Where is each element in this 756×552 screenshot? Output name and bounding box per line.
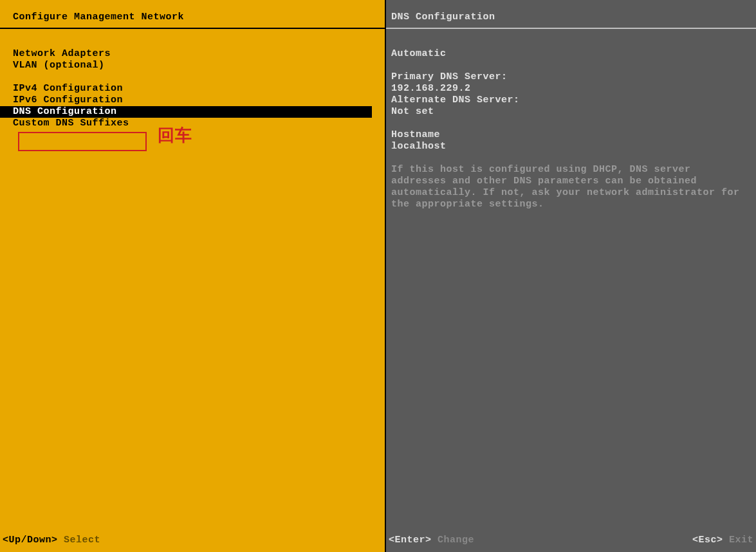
left-footer: <Up/Down> Select — [0, 531, 385, 552]
footer-change-action: Change — [438, 535, 474, 546]
footer-select-action: Select — [64, 535, 100, 546]
help-text: If this host is configured using DHCP, D… — [391, 164, 751, 210]
right-footer: <Enter> Change <Esc> Exit — [386, 531, 756, 552]
footer-exit-action: Exit — [729, 535, 753, 546]
primary-dns-label: Primary DNS Server: — [391, 71, 751, 83]
primary-dns-value: 192.168.229.2 — [391, 83, 751, 95]
alternate-dns-label: Alternate DNS Server: — [391, 95, 751, 106]
menu-item-dns[interactable]: DNS Configuration — [0, 106, 372, 118]
right-panel-title: DNS Configuration — [386, 0, 756, 29]
right-panel: DNS Configuration Automatic Primary DNS … — [386, 0, 756, 552]
left-panel: Configure Management Network Network Ada… — [0, 0, 386, 552]
detail-body: Automatic Primary DNS Server: 192.168.22… — [386, 29, 756, 531]
footer-enter-key: <Enter> — [389, 535, 432, 546]
menu-item-custom-dns[interactable]: Custom DNS Suffixes — [13, 118, 372, 129]
menu-item-network-adapters[interactable]: Network Adapters — [13, 48, 372, 60]
left-panel-title: Configure Management Network — [0, 0, 385, 29]
dns-mode: Automatic — [391, 48, 751, 60]
menu-body: Network Adapters VLAN (optional) IPv4 Co… — [0, 29, 385, 531]
menu-item-vlan[interactable]: VLAN (optional) — [13, 60, 372, 71]
hostname-label: Hostname — [391, 129, 751, 141]
footer-esc-key: <Esc> — [692, 535, 723, 546]
hostname-value: localhost — [391, 141, 751, 152]
footer-updown-key: <Up/Down> — [3, 535, 58, 546]
annotation-highlight-box — [18, 132, 147, 151]
menu-item-ipv4[interactable]: IPv4 Configuration — [13, 83, 372, 95]
menu-item-ipv6[interactable]: IPv6 Configuration — [13, 95, 372, 106]
alternate-dns-value: Not set — [391, 106, 751, 118]
